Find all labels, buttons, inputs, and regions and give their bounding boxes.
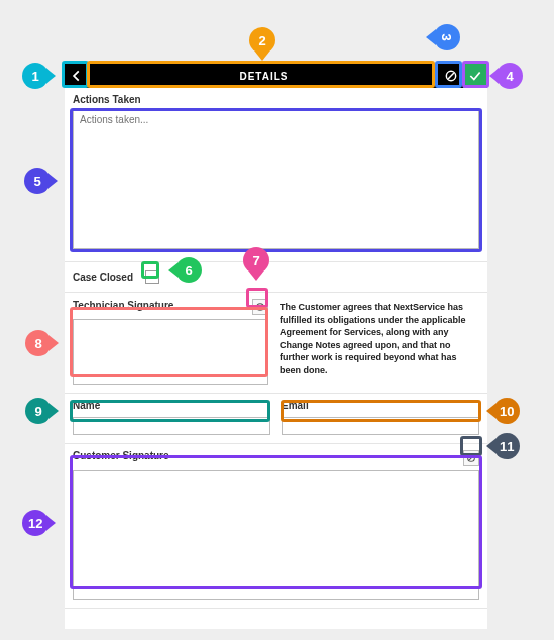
- actions-label: Actions Taken: [73, 94, 479, 105]
- name-input[interactable]: [73, 417, 270, 435]
- tech-sig-section: Technician Signature The Customer agrees…: [65, 293, 487, 393]
- svg-line-3: [258, 305, 262, 309]
- header-bar: DETAILS: [65, 64, 487, 88]
- actions-section: Actions Taken: [65, 88, 487, 261]
- tech-sig-label: Technician Signature: [73, 300, 173, 311]
- check-icon: [468, 69, 482, 83]
- case-closed-row: Case Closed: [65, 262, 487, 292]
- annotation-tag-12: 12: [22, 510, 48, 536]
- agreement-text: The Customer agrees that NextService has…: [280, 301, 479, 377]
- annotation-tag-1: 1: [22, 63, 48, 89]
- chevron-left-icon: [70, 69, 84, 83]
- case-closed-checkbox[interactable]: [145, 270, 159, 284]
- case-closed-label: Case Closed: [73, 272, 133, 283]
- email-label: Email: [282, 400, 479, 411]
- cancel-button[interactable]: [439, 64, 463, 88]
- header-title: DETAILS: [89, 64, 439, 88]
- cust-sig-label: Customer Signature: [73, 450, 169, 461]
- cancel-icon: [444, 69, 458, 83]
- form-card: DETAILS Actions Taken Case Closed Techni…: [65, 64, 487, 629]
- annotation-tag-10: 10: [494, 398, 520, 424]
- back-button[interactable]: [65, 64, 89, 88]
- annotation-tag-8: 8: [25, 330, 51, 356]
- cust-sig-section: Customer Signature: [65, 444, 487, 608]
- email-input[interactable]: [282, 417, 479, 435]
- tech-sig-clear-button[interactable]: [252, 299, 268, 315]
- cust-signature-pad[interactable]: [73, 470, 479, 600]
- clear-icon: [255, 302, 265, 312]
- annotation-tag-3: 3: [434, 24, 460, 50]
- name-label: Name: [73, 400, 270, 411]
- svg-line-5: [469, 455, 473, 459]
- confirm-button[interactable]: [463, 64, 487, 88]
- clear-icon: [466, 453, 476, 463]
- annotation-tag-2: 2: [249, 27, 275, 53]
- tech-signature-pad[interactable]: [73, 319, 268, 385]
- actions-textarea[interactable]: [73, 109, 479, 249]
- svg-line-1: [448, 73, 454, 79]
- annotation-tag-5: 5: [24, 168, 50, 194]
- cust-sig-clear-button[interactable]: [463, 450, 479, 466]
- annotation-tag-9: 9: [25, 398, 51, 424]
- name-email-section: Name Email: [65, 394, 487, 443]
- annotation-tag-4: 4: [497, 63, 523, 89]
- annotation-tag-11: 11: [494, 433, 520, 459]
